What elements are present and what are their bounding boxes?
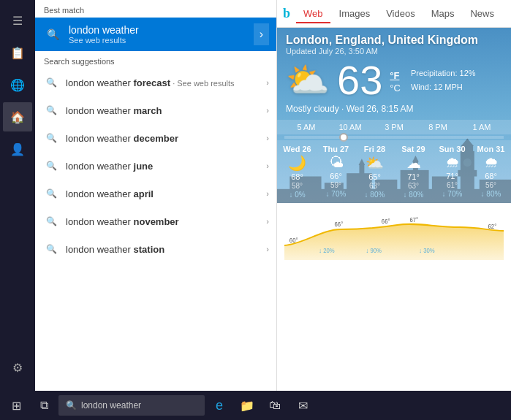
day-lo-0: 58° (292, 182, 303, 190)
suggestion-november[interactable]: 🔍 london weather november › (35, 207, 276, 235)
tab-maps[interactable]: Maps (424, 4, 462, 23)
day-sun30: Sun 30 🌧 71° 61° ↓ 70% (434, 145, 471, 199)
suggestion-search-icon-0: 🔍 (42, 74, 60, 91)
chevron-icon-1: › (266, 106, 269, 115)
day-lo-1: 59° (330, 181, 341, 189)
suggestion-search-icon-3: 🔍 (42, 157, 60, 175)
suggestion-station[interactable]: 🔍 london weather station › (35, 235, 276, 263)
suggestion-text-2: london weather december (66, 133, 263, 144)
suggestion-forecast[interactable]: 🔍 london weather forecast · See web resu… (35, 69, 276, 96)
hour-1: 10 AM (328, 123, 372, 131)
weather-temperature: 63 (337, 60, 382, 101)
suggestion-text-3: london weather june (66, 161, 263, 172)
day-hi-3: 71° (407, 172, 420, 181)
suggestion-search-icon-1: 🔍 (42, 102, 60, 119)
best-match-title: london weather (69, 24, 254, 36)
home-icon[interactable]: 🏠 (3, 102, 32, 131)
day-name-4: Sun 30 (439, 145, 465, 153)
tab-images[interactable]: Images (332, 4, 378, 23)
weather-description: Mostly cloudy · Wed 26, 8:15 AM (286, 104, 502, 114)
svg-text:↓ 20%: ↓ 20% (319, 246, 335, 254)
hour-2: 3 PM (372, 123, 416, 131)
file-explorer-icon[interactable]: 📁 (234, 392, 260, 419)
chevron-icon-0: › (266, 78, 269, 87)
store-icon[interactable]: 🛍 (262, 392, 288, 419)
day-icon-3: ☁ (406, 154, 421, 172)
hour-slider[interactable] (284, 136, 504, 139)
tab-web[interactable]: Web (296, 4, 330, 23)
day-name-3: Sat 29 (401, 145, 425, 153)
chevron-icon-3: › (266, 161, 269, 170)
edge-browser-icon[interactable]: e (206, 392, 232, 419)
tab-news[interactable]: News (463, 4, 501, 23)
gear-icon[interactable]: ⚙ (3, 353, 32, 382)
clipboard-icon[interactable]: 📋 (3, 38, 32, 67)
svg-text:62°: 62° (488, 222, 497, 230)
hamburger-icon[interactable]: ☰ (3, 6, 32, 35)
day-lo-4: 61° (447, 181, 458, 189)
day-icon-0: 🌙 (288, 154, 306, 172)
weather-precip-detail: Precipitation: 12% (411, 66, 476, 80)
day-icon-1: 🌤 (329, 154, 344, 171)
bottom-taskbar: ⊞ ⧉ 🔍 london weather e 📁 🛍 ✉ (0, 391, 511, 420)
day-name-0: Wed 26 (283, 145, 311, 153)
day-sat29: Sat 29 ☁ 71° 63° ↓ 80% (395, 145, 432, 199)
weather-unit-toggle: °F °C (390, 70, 401, 93)
day-icon-2: ⛅ (366, 154, 384, 172)
chevron-icon-4: › (266, 189, 269, 198)
main-area: Best match 🔍 london weather See web resu… (35, 0, 511, 420)
hour-0: 5 AM (284, 123, 328, 131)
day-precip-1: ↓ 70% (326, 190, 347, 198)
taskbar-search-text: london weather (81, 400, 141, 411)
weather-info: London, England, United Kingdom Updated … (277, 28, 511, 120)
best-match-subtitle: See web results (69, 36, 254, 45)
weather-cloud-icon: ⛅ (286, 60, 330, 101)
svg-text:↓ 90%: ↓ 90% (366, 246, 382, 254)
svg-text:66°: 66° (335, 220, 344, 228)
day-hi-1: 66° (330, 172, 342, 180)
best-match-arrow-icon[interactable]: › (254, 23, 269, 45)
weather-wind-detail: Wind: 12 MPH (411, 80, 476, 94)
day-mon31: Mon 31 🌧 68° 56° ↓ 80% (472, 145, 510, 199)
weather-content-area: London, England, United Kingdom Updated … (277, 28, 511, 391)
suggestion-december[interactable]: 🔍 london weather december › (35, 124, 276, 152)
globe-icon[interactable]: 🌐 (3, 70, 32, 99)
celsius-btn[interactable]: °C (390, 83, 401, 93)
person-icon[interactable]: 👤 (3, 134, 32, 164)
tabs-bar: b Web Images Videos Maps News (277, 0, 511, 28)
bing-logo: b (283, 6, 290, 21)
suggestion-text-5: london weather november (66, 216, 263, 227)
day-lo-2: 63° (369, 182, 380, 190)
taskbar-search-box[interactable]: 🔍 london weather (58, 395, 205, 416)
search-panel: Best match 🔍 london weather See web resu… (35, 0, 276, 420)
svg-text:66°: 66° (382, 217, 390, 225)
fahrenheit-btn[interactable]: °F (390, 70, 401, 81)
temp-chart-svg: 60° 66° 66° 67° 62° ↓ 20% ↓ 90% ↓ 30% (284, 209, 504, 260)
weather-location: London, England, United Kingdom (286, 34, 502, 47)
chevron-icon-5: › (266, 217, 269, 226)
day-icon-4: 🌧 (445, 154, 460, 171)
tab-videos[interactable]: Videos (379, 4, 423, 23)
windows-start-icon[interactable]: ⊞ (3, 392, 29, 419)
day-hi-4: 71° (446, 172, 458, 180)
suggestion-june[interactable]: 🔍 london weather june › (35, 152, 276, 180)
suggestion-april[interactable]: 🔍 london weather april › (35, 180, 276, 207)
best-match-search-icon: 🔍 (42, 24, 63, 45)
day-icon-5: 🌧 (484, 154, 499, 171)
chevron-icon-6: › (266, 245, 269, 253)
task-view-icon[interactable]: ⧉ (31, 392, 57, 419)
mail-icon[interactable]: ✉ (289, 392, 316, 419)
suggestions-label: Search suggestions (35, 51, 276, 69)
best-match-item[interactable]: 🔍 london weather See web results › (35, 18, 276, 51)
day-lo-5: 56° (485, 181, 496, 189)
day-name-2: Fri 28 (364, 145, 385, 153)
hourly-bar: 5 AM 10 AM 3 PM 8 PM 1 AM (277, 120, 511, 134)
left-sidebar: ☰ 📋 🌐 🏠 👤 ⚙ 👤 (0, 0, 35, 420)
weather-panel: b Web Images Videos Maps News (276, 0, 511, 420)
weather-updated: Updated July 26, 3:50 AM (286, 47, 502, 56)
best-match-label: Best match (35, 0, 276, 18)
daily-forecast: Wed 26 🌙 68° 58° ↓ 0% Thu 27 🌤 66° 59° ↓… (277, 140, 511, 203)
suggestion-march[interactable]: 🔍 london weather march › (35, 96, 276, 124)
suggestion-search-icon-5: 🔍 (42, 213, 60, 230)
day-name-1: Thu 27 (323, 145, 349, 153)
